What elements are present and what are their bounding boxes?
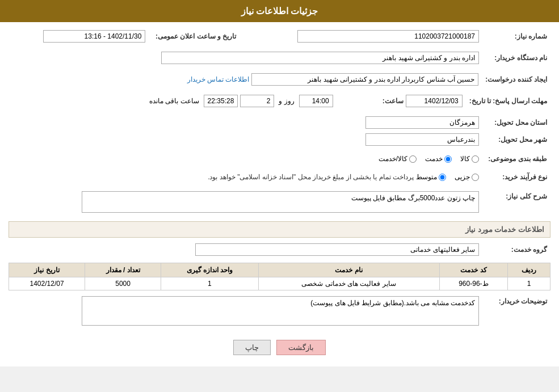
col-kod: کد خدمت bbox=[439, 263, 508, 277]
shomareNiaz-input[interactable] bbox=[297, 30, 479, 43]
mohlat-label: مهلت ارسال پاسخ: تا تاریخ: bbox=[466, 92, 550, 109]
toseih-label: توضیحات خریدار: bbox=[482, 294, 550, 330]
mohlat-roz-label: روز و bbox=[279, 97, 294, 105]
ijadKonande-input[interactable] bbox=[251, 73, 478, 86]
tarikh-input[interactable] bbox=[43, 30, 145, 43]
ostan-label: استان محل تحویل: bbox=[482, 114, 550, 131]
khadamat-header: اطلاعات خدمات مورد نیاز bbox=[9, 221, 550, 238]
tabaqe-kala-khadamat[interactable]: کالا/خدمت bbox=[379, 155, 417, 163]
back-button[interactable]: بازگشت bbox=[276, 340, 326, 355]
shomareNiaz-label: شماره نیاز: bbox=[482, 28, 550, 45]
buttons-row: چاپ بازگشت bbox=[9, 334, 550, 361]
noeFarayand-label: نوع فرآیند خرید: bbox=[482, 170, 550, 184]
grouh-input[interactable] bbox=[195, 243, 479, 256]
col-tarikh: تاریخ نیاز bbox=[9, 263, 85, 277]
cell-vahed: 1 bbox=[161, 277, 259, 290]
sharh-label: شرح کلی نیاز: bbox=[482, 189, 550, 217]
namDastgah-label: نام دستگاه خریدار: bbox=[482, 49, 550, 66]
cell-kod: ط-96-960 bbox=[439, 277, 508, 290]
cell-tedad: 5000 bbox=[85, 277, 161, 290]
noeFarayand-jozii[interactable]: جزیی bbox=[455, 173, 479, 181]
tabaqe-radio-group: کالا خدمت کالا/خدمت bbox=[12, 155, 479, 163]
mohlat-roz-input[interactable] bbox=[240, 95, 274, 107]
grouh-label: گروه خدمت: bbox=[482, 241, 550, 258]
namDastgah-input[interactable] bbox=[161, 52, 479, 64]
cell-radif: 1 bbox=[508, 277, 550, 290]
noeFarayand-note: پرداخت تمام یا بخشی از مبلغ خریداز محل "… bbox=[208, 172, 414, 182]
sharh-textarea[interactable]: چاپ زتون عدد5000برگ مطابق فایل پیوست bbox=[82, 191, 479, 213]
col-name: نام خدمت bbox=[258, 263, 439, 277]
mohlat-date-input[interactable] bbox=[406, 95, 463, 107]
tabaqe-khadamat[interactable]: خدمت bbox=[425, 155, 452, 163]
tabaqe-kala[interactable]: کالا bbox=[460, 155, 479, 163]
mohlat-saat-label: ساعت: bbox=[335, 97, 404, 105]
noeFarayand-motavasset[interactable]: متوسط bbox=[416, 173, 446, 181]
cell-name: سایر فعالیت های خدماتی شخصی bbox=[258, 277, 439, 290]
print-button[interactable]: چاپ bbox=[233, 340, 271, 355]
page-title: جزئیات اطلاعات نیاز bbox=[241, 6, 318, 16]
col-radif: ردیف bbox=[508, 263, 550, 277]
tarikh-label: تاریخ و ساعت اعلان عمومی: bbox=[149, 28, 239, 45]
mohlat-saat-input[interactable] bbox=[299, 95, 333, 107]
col-tedad: تعداد / مقدار bbox=[85, 263, 161, 277]
cell-tarikh: 1402/12/07 bbox=[9, 277, 85, 290]
shahr-label: شهر محل تحویل: bbox=[482, 131, 550, 148]
ettelaat-link[interactable]: اطلاعات تماس خریدار bbox=[187, 75, 250, 83]
table-row: 1 ط-96-960 سایر فعالیت های خدماتی شخصی 1… bbox=[9, 277, 550, 290]
page-header: جزئیات اطلاعات نیاز bbox=[0, 0, 559, 22]
mohlat-baghi-input: 22:35:28 bbox=[204, 95, 238, 107]
noeFarayand-radio-group: جزیی متوسط bbox=[416, 173, 479, 181]
shahr-input[interactable] bbox=[365, 133, 479, 146]
ijadKonande-label: ایجاد کننده درخواست: bbox=[482, 71, 550, 88]
ostan-input[interactable] bbox=[365, 116, 479, 129]
services-table: ردیف کد خدمت نام خدمت واحد اندازه گیری ت… bbox=[9, 263, 550, 290]
mohlat-baghi-label: ساعت باقی مانده bbox=[149, 97, 199, 105]
toseih-textarea[interactable]: کدخدمت مشابه می باشد.(مطابق شرایط فایل ه… bbox=[82, 296, 479, 326]
col-vahed: واحد اندازه گیری bbox=[161, 263, 259, 277]
tabaqe-label: طبقه بندی موضوعی: bbox=[482, 153, 550, 165]
